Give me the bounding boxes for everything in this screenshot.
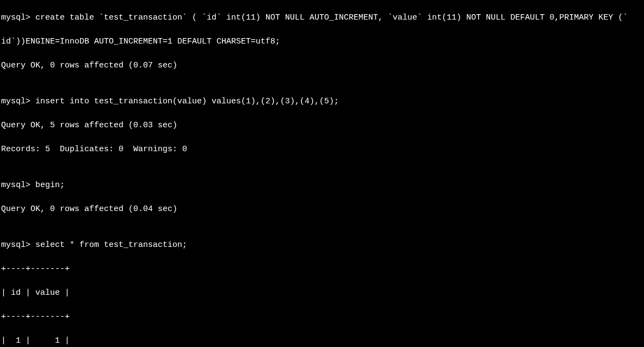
terminal-line: mysql> begin;: [1, 179, 643, 191]
table-row: | 1 | 1 |: [1, 335, 643, 347]
table-header: | id | value |: [1, 287, 643, 299]
terminal-line: Query OK, 5 rows affected (0.03 sec): [1, 120, 643, 132]
terminal-line: Records: 5 Duplicates: 0 Warnings: 0: [1, 144, 643, 156]
terminal-line: mysql> create table `test_transaction` (…: [1, 12, 643, 24]
terminal-line: id`))ENGINE=InnoDB AUTO_INCREMENT=1 DEFA…: [1, 36, 643, 48]
terminal-line: Query OK, 0 rows affected (0.04 sec): [1, 203, 643, 215]
terminal-line: mysql> insert into test_transaction(valu…: [1, 96, 643, 108]
table-border: +----+-------+: [1, 263, 643, 275]
terminal-line: Query OK, 0 rows affected (0.07 sec): [1, 60, 643, 72]
terminal-output[interactable]: mysql> create table `test_transaction` (…: [0, 0, 644, 347]
terminal-line: mysql> select * from test_transaction;: [1, 239, 643, 251]
table-border: +----+-------+: [1, 311, 643, 323]
